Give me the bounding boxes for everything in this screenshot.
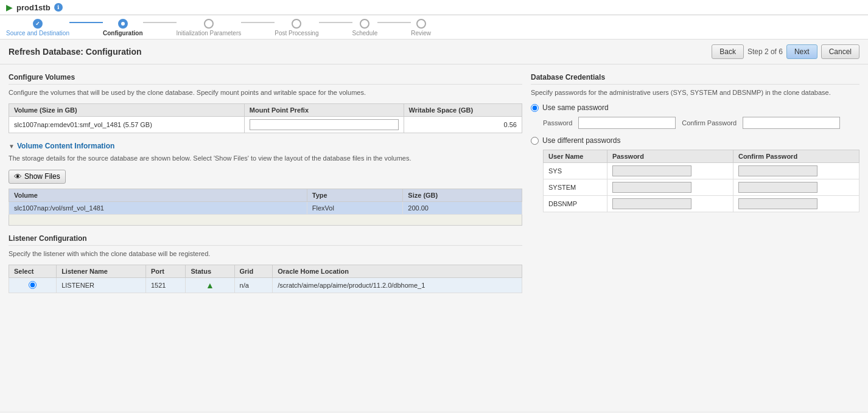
wizard-step-label-5: Review [411,30,431,36]
page-title: Refresh Database: Configuration [9,47,142,57]
wizard-connector-2 [241,22,275,23]
wizard-step-4[interactable]: Schedule [352,19,378,36]
wizard-step-5[interactable]: Review [411,19,431,36]
listener-radio[interactable] [29,281,37,289]
diff-confirm-input[interactable] [738,182,817,193]
listener-section: Listener Configuration Specify the liste… [9,234,522,293]
vol-header-volume: Volume (Size in GB) [9,104,245,117]
wizard-step-2[interactable]: Initialization Parameters [177,19,242,36]
vol-header-writable: Writable Space (GB) [404,104,522,117]
vol-cell-volume: slc1007nap:emdev01:smf_vol_1481 (5.57 GB… [9,117,245,133]
collapse-icon[interactable]: ▼ [9,143,15,150]
configure-volumes-desc: Configure the volumes that will be used … [9,88,522,97]
listener-header-select: Select [9,265,57,278]
diff-header-password: Password [607,150,733,163]
mount-point-input[interactable] [250,119,399,130]
volume-content-title: Volume Content Information [17,142,114,150]
password-input[interactable] [578,117,676,129]
status-up-icon: ▲ [206,280,214,290]
listener-name-cell: LISTENER [57,278,146,293]
listener-port-cell: 1521 [145,278,186,293]
file-cell-size: 200.00 [403,201,522,214]
diff-password-input[interactable] [612,165,691,176]
wizard-step-3[interactable]: Post Processing [275,19,318,36]
volume-content-desc: The storage details for the source datab… [9,154,522,163]
show-files-button[interactable]: 👁 Show Files [9,170,66,184]
files-table-footer [9,215,522,226]
diff-password-cell[interactable] [607,179,733,196]
listener-desc: Specify the listener with which the clon… [9,249,522,259]
diff-password-input[interactable] [612,182,691,193]
use-same-password-radio[interactable] [531,104,539,112]
configure-volumes-title: Configure Volumes [9,73,522,85]
diff-header-user: User Name [544,150,607,163]
files-header-volume: Volume [9,189,307,201]
wizard-step-label-3: Post Processing [275,30,318,36]
left-panel: Configure Volumes Configure the volumes … [9,73,522,403]
vol-cell-writable: 0.56 [404,117,522,133]
wizard-connector-1 [143,22,177,23]
app-icon: ▶ [6,2,13,12]
wizard-connector-4 [377,22,411,23]
table-row[interactable]: slc1007nap:/vol/smf_vol_1481 FlexVol 200… [9,201,522,214]
wizard-step-label-4: Schedule [352,30,378,36]
wizard-step-1[interactable]: Configuration [103,19,143,36]
cancel-button[interactable]: Cancel [821,44,859,59]
vol-cell-mount[interactable] [244,117,404,133]
listener-header-status: Status [186,265,234,278]
diff-confirm-input[interactable] [738,165,817,176]
list-item: SYSTEM [544,179,859,196]
user-cell: SYSTEM [544,179,607,196]
diff-passwords-table: User Name Password Confirm Password SYS … [543,150,859,212]
same-password-row: Password Confirm Password [543,117,859,129]
listener-header-grid: Grid [234,265,273,278]
credentials-section: Database Credentials Specify passwords f… [531,73,859,212]
diff-password-input[interactable] [612,198,691,209]
listener-status-cell: ▲ [186,278,234,293]
use-same-password-option[interactable]: Use same password [531,103,859,112]
back-button[interactable]: Back [712,44,744,59]
use-diff-passwords-label: Use different passwords [542,136,621,145]
use-diff-passwords-radio[interactable] [531,137,539,145]
list-item: DBSNMP [544,196,859,212]
listener-title: Listener Configuration [9,234,522,246]
listener-select-cell[interactable] [9,278,57,293]
show-files-icon: 👁 [14,172,22,181]
diff-password-cell[interactable] [607,196,733,212]
diff-confirm-cell[interactable] [733,196,859,212]
file-cell-type: FlexVol [307,201,403,214]
list-item: SYS [544,163,859,179]
info-icon[interactable]: ℹ [54,3,63,12]
page-header: Refresh Database: Configuration Back Ste… [0,40,868,64]
listener-grid-cell: n/a [234,278,273,293]
use-diff-passwords-option[interactable]: Use different passwords [531,136,859,145]
wizard-step-label-2: Initialization Parameters [177,30,242,36]
file-cell-volume: slc1007nap:/vol/smf_vol_1481 [9,201,307,214]
app-title: prod1stb [16,3,51,12]
list-item: LISTENER 1521 ▲ n/a /scratch/aime/app/ai… [9,278,522,293]
wizard-step-0[interactable]: ✓Source and Destination [6,19,69,36]
diff-confirm-cell[interactable] [733,179,859,196]
listener-header-port: Port [145,265,186,278]
cred-desc: Specify passwords for the administrative… [531,88,859,97]
next-button[interactable]: Next [786,44,817,59]
right-panel: Database Credentials Specify passwords f… [531,73,859,403]
main-content: Configure Volumes Configure the volumes … [0,64,868,411]
files-header-size: Size (GB) [403,189,522,201]
wizard-step-label-1: Configuration [103,30,143,36]
top-bar: ▶ prod1stb ℹ [0,0,868,15]
password-label: Password [543,119,572,127]
volumes-table: Volume (Size in GB) Mount Point Prefix W… [9,103,522,133]
table-row: slc1007nap:emdev01:smf_vol_1481 (5.57 GB… [9,117,522,133]
listener-header-name: Listener Name [57,265,146,278]
diff-password-cell[interactable] [607,163,733,179]
volume-content-section: ▼ Volume Content Information The storage… [9,142,522,225]
user-cell: SYS [544,163,607,179]
listener-table: Select Listener Name Port Status Grid Or… [9,265,522,293]
confirm-password-input[interactable] [743,117,840,129]
use-same-password-label: Use same password [542,103,609,112]
diff-confirm-input[interactable] [738,198,817,209]
wizard-bar: ✓Source and DestinationConfigurationInit… [0,15,868,40]
wizard-connector-0 [69,22,103,23]
diff-confirm-cell[interactable] [733,163,859,179]
